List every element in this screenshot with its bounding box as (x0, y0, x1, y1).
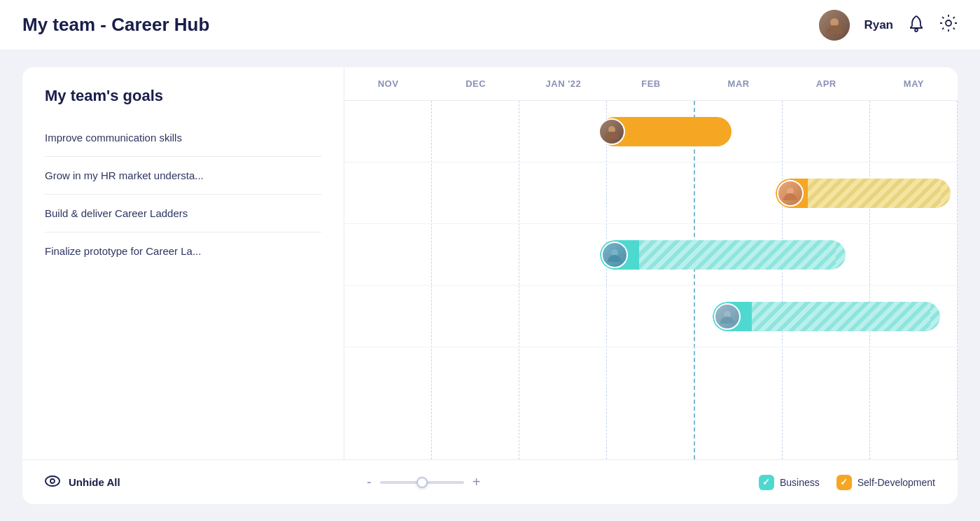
avatar[interactable] (819, 10, 850, 41)
goals-list-panel: My team's goals Improve communication sk… (22, 67, 344, 459)
unhide-label[interactable]: Unhide All (69, 476, 120, 488)
bar-career-end (836, 240, 846, 270)
bar-improve-communication[interactable] (600, 117, 732, 146)
gantt-row-2 (344, 162, 958, 224)
goal-item-4[interactable]: Finalize prototype for Career La... (45, 232, 321, 270)
bar-hr-market-hatch (808, 179, 941, 208)
svg-point-1 (915, 29, 918, 32)
gantt-header: NOV DEC JAN '22 FEB MAR APR MAY (344, 67, 958, 101)
svg-point-2 (946, 20, 951, 26)
month-apr: APR (783, 78, 870, 89)
gantt-row-4 (344, 286, 958, 347)
bar-career-ladders[interactable] (600, 240, 845, 270)
svg-point-7 (46, 476, 59, 486)
zoom-thumb[interactable] (416, 477, 428, 488)
gantt-row-3 (344, 224, 958, 286)
goals-card: My team's goals Improve communication sk… (22, 67, 958, 504)
bar-finalize-prototype[interactable] (713, 302, 940, 331)
legend-self-dev-label: Self-Development (858, 477, 935, 488)
card-footer: Unhide All - + ✓ Business ✓ (22, 459, 958, 504)
panel-title: My team's goals (45, 87, 321, 105)
settings-icon[interactable] (939, 14, 958, 36)
month-mar: MAR (695, 78, 783, 89)
bar-avatar-2 (777, 180, 804, 207)
goal-item-1[interactable]: Improve communication skills (45, 119, 321, 157)
unhide-icon[interactable] (45, 474, 60, 490)
legend-business: ✓ Business (759, 475, 820, 490)
bar-career-hatch (639, 240, 835, 270)
month-jan: JAN '22 (519, 78, 607, 89)
card-body: My team's goals Improve communication sk… (22, 67, 958, 459)
bar-prototype-hatch (752, 302, 930, 331)
zoom-control: - + (367, 474, 480, 490)
legend: ✓ Business ✓ Self-Development (759, 475, 935, 490)
bar-avatar-1 (598, 118, 625, 145)
zoom-minus[interactable]: - (367, 474, 372, 490)
legend-business-label: Business (780, 477, 820, 488)
gantt-rows (344, 101, 958, 459)
app-header: My team - Career Hub Ryan (0, 0, 980, 50)
bar-hr-market[interactable] (776, 179, 951, 208)
notification-icon[interactable] (907, 14, 925, 36)
gantt-row-1 (344, 101, 958, 162)
page-title: My team - Career Hub (22, 14, 209, 36)
user-avatar-image (819, 10, 850, 41)
legend-self-development: ✓ Self-Development (836, 475, 935, 490)
month-feb: FEB (607, 78, 694, 89)
zoom-plus[interactable]: + (472, 474, 481, 490)
gantt-chart: NOV DEC JAN '22 FEB MAR APR MAY (344, 67, 958, 459)
bar-prototype-end (930, 302, 940, 331)
footer-right: - + ✓ Business ✓ Self-Development (367, 474, 935, 490)
bar-avatar-3 (601, 242, 628, 268)
footer-left: Unhide All (45, 474, 367, 490)
bar-avatar-4 (714, 303, 741, 330)
user-name: Ryan (864, 18, 893, 32)
month-may: MAY (870, 78, 958, 89)
goal-item-3[interactable]: Build & deliver Career Ladders (45, 195, 321, 232)
bar-hr-market-end (941, 179, 951, 208)
month-nov: NOV (344, 78, 432, 89)
legend-business-check[interactable]: ✓ (759, 475, 774, 490)
legend-self-dev-check[interactable]: ✓ (836, 475, 852, 490)
zoom-slider[interactable] (380, 481, 464, 484)
month-dec: DEC (432, 78, 519, 89)
header-actions: Ryan (819, 10, 958, 41)
svg-point-8 (50, 479, 55, 483)
goal-item-2[interactable]: Grow in my HR market understa... (45, 157, 321, 195)
main-content: My team's goals Improve communication sk… (0, 50, 980, 521)
